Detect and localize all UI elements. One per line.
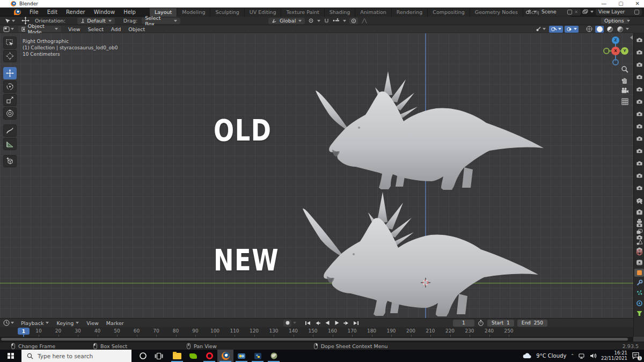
view-layer-browse-caret[interactable] [590,11,594,13]
end-frame-field[interactable]: End 250 [517,320,547,327]
properties-tab-view-layer[interactable] [634,228,644,236]
task-view-icon[interactable] [151,350,167,362]
properties-tab-physics[interactable] [634,299,644,307]
outliner-camera-icon[interactable] [636,97,643,107]
old-dinosaur-model[interactable] [303,61,550,194]
notification-center-icon[interactable]: 1 [632,352,641,360]
timeline-frame-80[interactable]: 80 [173,328,179,334]
taskbar-clock[interactable]: 16:21 22/11/2021 [601,351,627,361]
falloff-curve-icon[interactable] [361,18,368,24]
shading-material-icon[interactable] [605,26,614,33]
view-layer-icon[interactable] [582,9,588,14]
record-caret[interactable] [293,322,296,324]
workspace-tab-animation[interactable]: Animation [355,8,391,17]
annotate-tool[interactable] [3,124,17,137]
properties-tab-world[interactable] [634,248,644,256]
properties-tab-collection[interactable] [634,258,644,267]
active-tool-icon[interactable] [4,18,12,24]
jump-to-start-button[interactable] [304,320,312,327]
menu-file[interactable]: File [25,8,43,16]
python-folder-app-icon[interactable] [233,350,250,362]
start-button[interactable] [0,350,21,362]
blender-taskbar-icon[interactable] [217,350,233,362]
select-box-tool[interactable] [3,36,17,49]
weather-cloud-icon[interactable] [522,353,532,359]
gizmo-z-axis-negative[interactable] [612,59,619,65]
gizmo-x-axis[interactable]: X [611,47,620,55]
timeline-frame-40[interactable]: 40 [94,328,100,334]
cursor-tool[interactable] [3,50,17,62]
opera-icon[interactable] [201,350,217,362]
viewport-menu-view[interactable]: View [64,26,84,33]
shading-wireframe-icon[interactable] [585,26,594,33]
timeline-frame-200[interactable]: 200 [406,328,415,334]
outliner-camera-icon[interactable] [636,60,643,70]
tray-chevron-icon[interactable]: ⌃ [570,353,574,358]
new-view-layer-icon[interactable] [634,10,639,14]
globe-app-icon[interactable] [266,350,282,362]
timeline-frame-110[interactable]: 110 [230,328,239,334]
workspace-tab-rendering[interactable]: Rendering [392,8,428,17]
playhead-current-frame[interactable]: 1 [18,328,30,335]
timeline-frame-70[interactable]: 70 [153,328,159,334]
next-keyframe-button[interactable] [342,320,350,327]
shading-rendered-icon[interactable] [616,26,624,33]
measure-tool[interactable] [3,138,17,150]
xray-toggle-icon[interactable] [565,26,579,33]
timeline-frame-230[interactable]: 230 [465,328,474,334]
timeline-frame-170[interactable]: 170 [347,328,356,334]
outliner-camera-icon[interactable] [636,146,643,156]
timeline-editor-type-icon[interactable] [3,320,10,326]
outliner-camera-icon[interactable] [636,84,643,94]
show-gizmo-icon[interactable] [534,26,547,33]
camera-view-icon[interactable] [620,86,630,95]
shading-caret[interactable] [626,28,629,30]
close-button[interactable]: ✕ [635,0,640,8]
unlink-scene-icon[interactable]: ✕ [574,10,578,14]
timeline-frame-160[interactable]: 160 [328,328,337,334]
maximize-button[interactable]: ▢ [618,0,623,8]
new-scene-icon[interactable] [567,10,572,14]
navigation-gizmo[interactable]: Z Y X [603,35,628,67]
menu-render[interactable]: Render [62,8,90,16]
outliner-camera-icon[interactable] [636,183,643,193]
file-explorer-icon[interactable] [169,350,185,362]
timeline-frame-60[interactable]: 60 [134,328,140,334]
weather-text[interactable]: 9°C Cloudy [536,353,566,359]
view-layer-selector[interactable]: View Layer [596,9,642,16]
outliner-camera-icon[interactable] [636,109,643,119]
active-tool-caret[interactable] [12,20,15,22]
workspace-tab-geometry-nodes[interactable]: Geometry Nodes [470,8,523,17]
viewport-menu-add[interactable]: Add [107,26,125,33]
pan-hand-icon[interactable] [620,75,630,85]
previous-keyframe-button[interactable] [313,320,321,327]
new-dinosaur-model[interactable] [298,188,545,318]
shading-solid-icon[interactable] [595,26,604,33]
outliner-camera-icon[interactable] [636,72,643,82]
scene-selector[interactable]: Scene ✕ [539,9,581,16]
timeline-frame-140[interactable]: 140 [289,328,298,334]
timeline-frame-90[interactable]: 90 [192,328,198,334]
current-frame-field[interactable]: 1 [453,320,474,327]
pivot-point-icon[interactable] [308,18,314,24]
play-button[interactable] [333,320,341,327]
timeline-frame-50[interactable]: 50 [114,328,120,334]
timeline-frame-130[interactable]: 130 [269,328,278,334]
jump-to-end-button[interactable] [352,320,360,327]
workspace-tab-uv-editing[interactable]: UV Editing [245,8,282,17]
properties-tab-render[interactable] [634,208,644,216]
cortana-icon[interactable] [135,350,151,362]
options-dropdown[interactable]: Options [601,18,629,24]
ortho-grid-icon[interactable] [620,97,630,106]
properties-tab-scene[interactable] [634,238,644,246]
rotate-tool[interactable] [3,80,17,93]
scale-tool[interactable] [3,94,17,106]
start-frame-field[interactable]: Start 1 [487,320,514,327]
properties-tab-particles[interactable] [634,289,644,297]
timeline-editor-caret[interactable] [11,322,14,324]
timeline-menu-marker[interactable]: Marker [103,320,128,327]
transform-tool[interactable] [3,107,17,120]
show-overlays-icon[interactable] [549,26,563,33]
outliner-camera-icon[interactable] [636,121,643,131]
timeline-frame-220[interactable]: 220 [445,328,455,334]
